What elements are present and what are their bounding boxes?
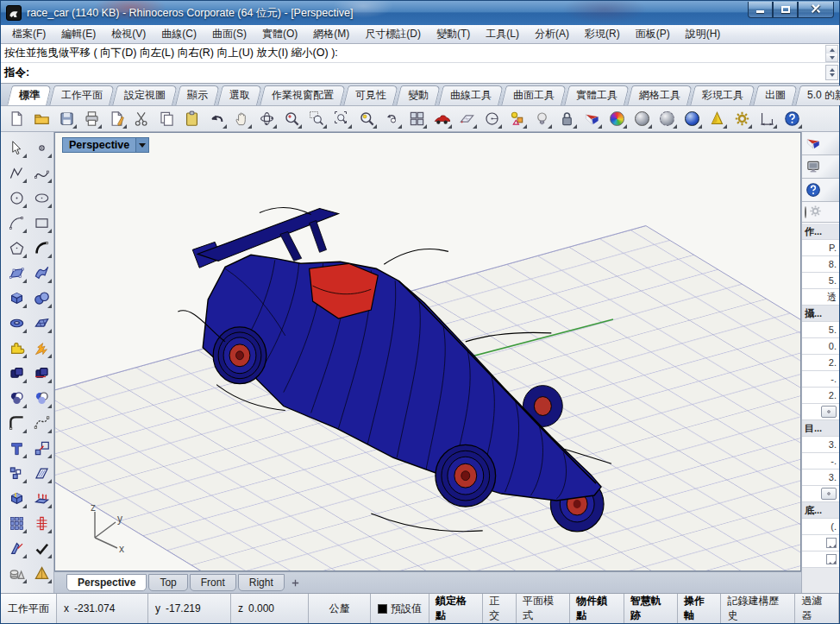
command-scrollbar[interactable] — [825, 45, 838, 62]
command-input[interactable] — [29, 63, 839, 83]
property-value[interactable]: 0. — [802, 338, 839, 355]
place-target-button[interactable] — [821, 488, 837, 500]
property-value[interactable]: 透 — [802, 289, 839, 306]
toggle-grid-snap[interactable]: 鎖定格點 — [429, 594, 483, 623]
menu-surface[interactable]: 曲面(S) — [204, 25, 254, 43]
zoom-selected-button[interactable] — [356, 108, 378, 129]
zoom-extents-button[interactable] — [331, 108, 353, 129]
point-button[interactable] — [31, 137, 53, 159]
toggle-ortho[interactable]: 正交 — [483, 594, 517, 623]
undo-button[interactable] — [206, 108, 228, 129]
toggle-record-history[interactable]: 記錄建構歷史 — [721, 594, 795, 623]
menu-transform[interactable]: 變動(T) — [429, 25, 478, 43]
control-point-curve-button[interactable] — [31, 162, 53, 184]
menu-edit[interactable]: 編輯(E) — [53, 25, 103, 43]
property-value[interactable]: 2. — [802, 388, 839, 404]
patch-surface-button[interactable] — [31, 262, 53, 284]
tab-drafting[interactable]: 出圖 — [753, 85, 798, 105]
viewport-menu-caret-icon[interactable] — [135, 138, 148, 152]
ellipse-button[interactable] — [31, 187, 53, 209]
print-button[interactable] — [81, 108, 103, 129]
menu-panels[interactable]: 面板(P) — [628, 25, 678, 43]
save-button[interactable] — [56, 108, 78, 129]
tab-mesh-tools[interactable]: 網格工具 — [627, 85, 693, 105]
selection-filter-button[interactable] — [506, 108, 528, 129]
undo-view-button[interactable] — [381, 108, 403, 129]
property-checkbox[interactable] — [826, 554, 837, 564]
scroll-down-icon[interactable] — [826, 54, 837, 61]
tab-select[interactable]: 選取 — [217, 85, 262, 105]
menu-help[interactable]: 說明(H) — [678, 25, 729, 43]
light-button[interactable] — [531, 108, 553, 129]
place-camera-button[interactable] — [821, 406, 837, 418]
pointer-button[interactable] — [6, 137, 28, 159]
text-button[interactable] — [6, 438, 28, 459]
circle-button[interactable] — [6, 187, 28, 209]
menu-analyze[interactable]: 分析(A) — [527, 25, 577, 43]
region-boolean-button[interactable] — [31, 388, 53, 409]
menu-tools[interactable]: 工具(L) — [478, 25, 527, 43]
hatch-button[interactable] — [31, 463, 53, 484]
tab-transform[interactable]: 變動 — [396, 85, 441, 105]
trim-button[interactable] — [6, 538, 28, 559]
color-wheel-button[interactable] — [606, 108, 628, 129]
property-value[interactable]: -. — [802, 371, 839, 388]
cut-button[interactable] — [131, 108, 153, 129]
viewport-tab-perspective[interactable]: Perspective — [66, 574, 147, 591]
block-button[interactable] — [6, 463, 28, 484]
lock-button[interactable] — [556, 108, 578, 129]
toggle-smarttrack[interactable]: 智慧軌跡 — [624, 594, 678, 623]
copy-button[interactable] — [156, 108, 178, 129]
tab-cplane[interactable]: 工作平面 — [49, 85, 115, 105]
menu-mesh[interactable]: 網格(M) — [305, 25, 357, 43]
menu-solid[interactable]: 實體(O) — [254, 25, 305, 43]
new-viewport-button[interactable] — [286, 574, 305, 591]
boolean-intersection-button[interactable] — [6, 362, 28, 384]
property-value[interactable]: -. — [802, 453, 839, 470]
viewport-perspective[interactable]: Perspective z y x — [54, 132, 801, 571]
menu-file[interactable]: 檔案(F) — [4, 25, 53, 43]
extrude-button[interactable] — [31, 488, 53, 509]
toggle-filter[interactable]: 過濾器 — [795, 594, 839, 623]
help-button[interactable] — [781, 108, 803, 129]
tab-solid-tools[interactable]: 實體工具 — [564, 85, 630, 105]
close-button[interactable] — [798, 2, 834, 18]
check-mark-button[interactable] — [31, 538, 53, 559]
units-label[interactable]: 公釐 — [309, 594, 371, 623]
toggle-planar[interactable]: 平面模式 — [517, 594, 570, 623]
fillet-edge-button[interactable] — [6, 488, 28, 509]
group-solids-button[interactable] — [6, 563, 28, 584]
polyline-button[interactable] — [6, 162, 28, 184]
menu-dimension[interactable]: 尺寸標註(D) — [357, 25, 429, 43]
sphere-button[interactable] — [31, 287, 53, 309]
viewport-title[interactable]: Perspective — [62, 137, 149, 153]
viewport-tab-top[interactable]: Top — [148, 574, 187, 591]
property-value[interactable]: 5. — [802, 273, 839, 289]
wheel-left-front[interactable] — [436, 444, 496, 507]
zoom-window-button[interactable] — [306, 108, 328, 129]
properties-tab-gear-icon[interactable] — [809, 205, 822, 219]
options-gears-button[interactable] — [731, 108, 753, 129]
fillet-curve-button[interactable] — [6, 413, 28, 434]
polygon-button[interactable] — [6, 237, 28, 259]
surface-points-button[interactable] — [6, 262, 28, 284]
maximize-button[interactable] — [773, 2, 798, 18]
scale-button[interactable] — [31, 438, 53, 459]
shaded-sphere-button[interactable] — [631, 108, 653, 129]
property-value[interactable]: 3. — [802, 437, 839, 453]
tab-curve-tools[interactable]: 曲線工具 — [438, 85, 504, 105]
arc-button[interactable] — [6, 212, 28, 234]
tab-standard[interactable]: 標準 — [7, 85, 52, 105]
box-button[interactable] — [6, 287, 28, 309]
panel-tab-display-icon[interactable] — [802, 132, 839, 155]
boolean-difference-button[interactable] — [31, 337, 53, 359]
property-value[interactable]: 8. — [802, 256, 839, 273]
blend-curve-button[interactable] — [31, 413, 53, 434]
torus-button[interactable] — [6, 312, 28, 334]
shaded-viewport-button[interactable] — [581, 108, 603, 129]
move-car-button[interactable] — [431, 108, 453, 129]
scroll-up-icon[interactable] — [826, 46, 837, 54]
panel-tab-help-icon[interactable] — [802, 179, 839, 202]
command-spinner[interactable] — [825, 65, 838, 80]
property-value[interactable]: 3. — [802, 470, 839, 486]
